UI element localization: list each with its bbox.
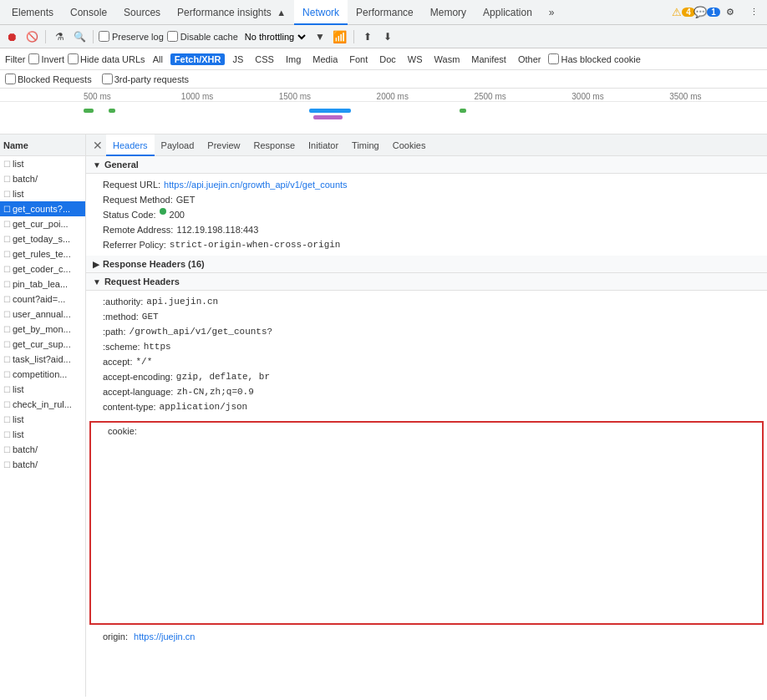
general-section-header[interactable]: ▼ General	[86, 156, 767, 174]
req-header-key: :path:	[103, 325, 126, 338]
filter-icon[interactable]: ⚗	[51, 28, 68, 45]
request-url-val[interactable]: https://api.juejin.cn/growth_api/v1/get_…	[164, 178, 348, 191]
request-list-item[interactable]: ☐get_rules_te...	[0, 246, 85, 261]
export-icon[interactable]: ⬇	[379, 28, 396, 45]
timeline-mark-2000: 2000 ms	[377, 92, 475, 101]
filter-all-btn[interactable]: All	[149, 53, 167, 65]
tab-cookies[interactable]: Cookies	[386, 134, 433, 156]
request-list-item[interactable]: ☐list	[0, 412, 85, 427]
disable-cache-checkbox[interactable]: Disable cache	[167, 31, 238, 42]
request-list-item[interactable]: ☐pin_tab_lea...	[0, 276, 85, 292]
tab-payload[interactable]: Payload	[155, 134, 201, 156]
panel-close-btn[interactable]: ✕	[89, 137, 106, 154]
req-checkbox: ☐	[3, 295, 11, 304]
warning-badge-btn[interactable]: ⚠ 4	[673, 3, 693, 23]
tab-performance[interactable]: Performance	[348, 0, 422, 25]
record-btn[interactable]: ⏺	[3, 28, 20, 45]
request-headers-section-title: Request Headers	[104, 276, 180, 287]
tab-console[interactable]: Console	[62, 0, 115, 25]
req-checkbox: ☐	[3, 430, 11, 439]
request-list-item[interactable]: ☐list	[0, 427, 85, 442]
more-options-icon[interactable]: ⋮	[744, 3, 764, 23]
tab-preview[interactable]: Preview	[201, 134, 246, 156]
filter-bar: Filter Invert Hide data URLs All Fetch/X…	[0, 48, 767, 70]
filter-img-btn[interactable]: Img	[282, 53, 305, 65]
origin-val[interactable]: https://juejin.cn	[134, 632, 195, 642]
request-headers-section-header[interactable]: ▼ Request Headers	[86, 273, 767, 291]
request-list-item[interactable]: ☐get_today_s...	[0, 231, 85, 246]
request-list-item[interactable]: ☐competition...	[0, 367, 85, 382]
request-list-item[interactable]: ☐batch/	[0, 442, 85, 457]
request-list-item[interactable]: ☐check_in_rul...	[0, 397, 85, 412]
main-area: Name ☐list☐batch/☐list☐get_counts?...☐ge…	[0, 134, 767, 697]
filter-manifest-btn[interactable]: Manifest	[467, 53, 510, 65]
response-headers-arrow: ▶	[93, 260, 99, 269]
request-list-item[interactable]: ☐batch/	[0, 171, 85, 186]
req-checkbox: ☐	[3, 280, 11, 289]
request-header-row: accept:*/*	[103, 354, 760, 369]
timeline[interactable]: 500 ms 1000 ms 1500 ms 2000 ms 2500 ms 3…	[0, 89, 767, 134]
search-icon[interactable]: 🔍	[71, 28, 88, 45]
request-list-item[interactable]: ☐user_annual...	[0, 307, 85, 322]
filter-fetch-xhr-btn[interactable]: Fetch/XHR	[170, 53, 226, 65]
throttle-select[interactable]: No throttling	[241, 31, 308, 43]
general-section-title: General	[104, 160, 139, 170]
filter-font-btn[interactable]: Font	[345, 53, 372, 65]
req-header-val: api.juejin.cn	[146, 295, 218, 308]
filter-doc-btn[interactable]: Doc	[375, 53, 400, 65]
tab-performance-insights[interactable]: Performance insights ▲	[169, 0, 294, 25]
filter-media-btn[interactable]: Media	[308, 53, 342, 65]
tab-timing[interactable]: Timing	[345, 134, 386, 156]
request-list-item[interactable]: ☐get_counts?...	[0, 201, 85, 216]
req-item-label: get_counts?...	[13, 204, 70, 214]
request-list-item[interactable]: ☐get_by_mon...	[0, 322, 85, 337]
request-list-item[interactable]: ☐task_list?aid...	[0, 352, 85, 367]
preserve-log-checkbox[interactable]: Preserve log	[99, 31, 164, 42]
req-checkbox: ☐	[3, 205, 11, 214]
wifi-icon[interactable]: 📶	[332, 28, 348, 45]
request-list-item[interactable]: ☐get_cur_sup...	[0, 337, 85, 352]
request-list-item[interactable]: ☐get_cur_poi...	[0, 216, 85, 231]
settings-icon[interactable]: ⚙	[720, 3, 740, 23]
tab-elements[interactable]: Elements	[3, 0, 62, 25]
req-checkbox: ☐	[3, 370, 11, 379]
blocked-requests-checkbox[interactable]: Blocked Requests	[5, 74, 92, 84]
tab-network[interactable]: Network	[294, 0, 348, 25]
third-party-checkbox[interactable]: 3rd-party requests	[102, 74, 189, 84]
filter-css-btn[interactable]: CSS	[251, 53, 278, 65]
tab-response[interactable]: Response	[246, 134, 302, 156]
tab-memory[interactable]: Memory	[422, 0, 475, 25]
hide-data-urls-checkbox[interactable]: Hide data URLs	[68, 53, 145, 64]
request-list-item[interactable]: ☐batch/	[0, 457, 85, 472]
invert-checkbox[interactable]: Invert	[28, 53, 64, 64]
request-list-item[interactable]: ☐list	[0, 156, 85, 171]
filter-wasm-btn[interactable]: Wasm	[430, 53, 465, 65]
tab-application[interactable]: Application	[475, 0, 541, 25]
referrer-policy-val: strict-origin-when-cross-origin	[170, 238, 341, 251]
request-list-item[interactable]: ☐list	[0, 382, 85, 397]
has-blocked-cookies-checkbox[interactable]: Has blocked cookie	[548, 53, 640, 64]
info-badge-btn[interactable]: 💬 1	[697, 3, 717, 23]
filter-js-btn[interactable]: JS	[228, 53, 247, 65]
req-item-label: check_in_rul...	[13, 399, 72, 409]
request-list-item[interactable]: ☐list	[0, 186, 85, 201]
tbar-2	[309, 109, 351, 113]
request-headers-section-body: :authority:api.juejin.cn:method:GET:path…	[86, 291, 767, 418]
clear-btn[interactable]: 🚫	[23, 28, 40, 45]
req-header-val: GET	[142, 310, 159, 323]
response-headers-section-header[interactable]: ▶ Response Headers (16)	[86, 256, 767, 273]
network-toolbar: ⏺ 🚫 ⚗ 🔍 Preserve log Disable cache No th…	[0, 25, 767, 48]
tab-more[interactable]: »	[541, 0, 563, 25]
req-checkbox: ☐	[3, 250, 11, 259]
tab-sources[interactable]: Sources	[115, 0, 169, 25]
request-list-item[interactable]: ☐count?aid=...	[0, 292, 85, 307]
request-list-item[interactable]: ☐get_coder_c...	[0, 261, 85, 276]
request-url-row: Request URL: https://api.juejin.cn/growt…	[103, 177, 760, 192]
tab-headers[interactable]: Headers	[106, 134, 155, 156]
import-icon[interactable]: ⬆	[359, 28, 376, 45]
tab-initiator[interactable]: Initiator	[302, 134, 345, 156]
filter-other-btn[interactable]: Other	[514, 53, 546, 65]
throttle-down-icon[interactable]: ▼	[312, 28, 328, 45]
req-checkbox: ☐	[3, 190, 11, 199]
filter-ws-btn[interactable]: WS	[404, 53, 427, 65]
